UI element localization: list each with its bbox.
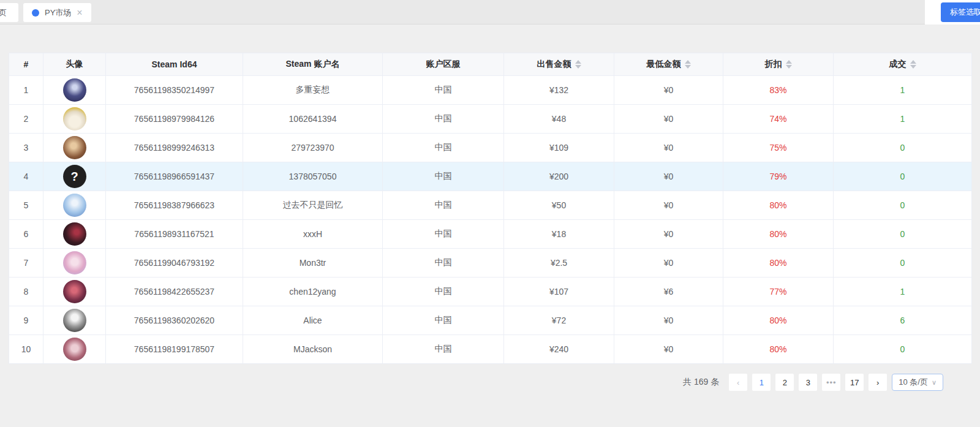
avatar[interactable]: ? <box>63 165 86 188</box>
table-body: 176561198350214997多重妄想中国¥132¥083%1276561… <box>9 76 972 364</box>
sell-amount: ¥240 <box>504 335 614 364</box>
min-amount: ¥0 <box>614 220 723 249</box>
table-row[interactable]: 576561198387966623过去不只是回忆中国¥50¥080%0 <box>9 191 972 220</box>
avatar-cell: ? <box>43 162 106 191</box>
sort-icon[interactable] <box>685 60 691 69</box>
region: 中国 <box>383 306 504 335</box>
sell-amount: ¥18 <box>504 220 614 249</box>
avatar-cell <box>43 105 106 134</box>
prev-page-button[interactable]: ‹ <box>729 374 747 391</box>
sort-icon[interactable] <box>786 60 792 69</box>
pagination: 共 169 条 ‹ 123•••17 › 10 条/页 ∨ <box>9 374 943 391</box>
sell-amount: ¥2.5 <box>504 249 614 278</box>
page-button-17[interactable]: 17 <box>845 374 864 391</box>
discount: 75% <box>723 134 834 162</box>
account-name: chen12yang <box>243 278 383 306</box>
min-amount: ¥0 <box>614 134 723 162</box>
steam-id64: 76561198360202620 <box>106 306 243 335</box>
page-ellipsis[interactable]: ••• <box>822 374 840 391</box>
close-icon[interactable]: × <box>77 8 82 18</box>
column-header-avatar: 头像 <box>43 53 106 76</box>
column-label: # <box>24 59 29 69</box>
tab-py-market-label: PY市场 <box>45 7 71 18</box>
page-button-2[interactable]: 2 <box>775 374 794 391</box>
avatar-cell <box>43 278 106 306</box>
deals: 0 <box>834 191 972 220</box>
min-amount: ¥0 <box>614 249 723 278</box>
column-header-deals[interactable]: 成交 <box>834 53 972 76</box>
discount: 80% <box>723 191 834 220</box>
account-name: 1378057050 <box>243 162 383 191</box>
avatar-cell <box>43 191 106 220</box>
discount: 77% <box>723 278 834 306</box>
row-index: 6 <box>9 220 43 249</box>
deals: 1 <box>834 76 972 105</box>
table-row[interactable]: 2765611989799841261062641394中国¥48¥074%1 <box>9 105 972 134</box>
account-name: 279723970 <box>243 134 383 162</box>
page-button-3[interactable]: 3 <box>799 374 817 391</box>
min-amount: ¥0 <box>614 76 723 105</box>
tab-home[interactable]: 首页 <box>0 3 18 22</box>
table-row[interactable]: 376561198999246313279723970中国¥109¥075%0 <box>9 134 972 162</box>
steam-id64: 76561198966591437 <box>106 162 243 191</box>
column-label: Steam 账户名 <box>286 59 340 69</box>
table-row[interactable]: 1076561198199178507MJackson中国¥240¥080%0 <box>9 335 972 364</box>
region: 中国 <box>383 134 504 162</box>
region: 中国 <box>383 105 504 134</box>
tag-select-button[interactable]: 标签选取 <box>941 2 980 22</box>
table-row[interactable]: 876561198422655237chen12yang中国¥107¥677%1 <box>9 278 972 306</box>
column-header-region: 账户区服 <box>383 53 504 76</box>
column-label: 出售金额 <box>537 59 571 69</box>
sell-amount: ¥48 <box>504 105 614 134</box>
column-label: 成交 <box>889 59 907 69</box>
region: 中国 <box>383 249 504 278</box>
tab-py-market[interactable]: PY市场 × <box>23 3 91 22</box>
deals: 0 <box>834 162 972 191</box>
avatar[interactable] <box>63 194 86 217</box>
table-row[interactable]: 976561198360202620Alice中国¥72¥080%6 <box>9 306 972 335</box>
column-label: 头像 <box>66 59 83 69</box>
avatar[interactable] <box>63 107 86 130</box>
avatar[interactable] <box>63 251 86 274</box>
table-row[interactable]: 776561199046793192Mon3tr中国¥2.5¥080%0 <box>9 249 972 278</box>
column-header-min-amount[interactable]: 最低金额 <box>614 53 723 76</box>
discount: 80% <box>723 220 834 249</box>
page-list: 123•••17 <box>752 374 864 391</box>
region: 中国 <box>383 162 504 191</box>
column-header-sell-amount[interactable]: 出售金额 <box>504 53 614 76</box>
steam-id64: 76561198979984126 <box>106 105 243 134</box>
account-name: 过去不只是回忆 <box>243 191 383 220</box>
column-header-index: # <box>9 53 43 76</box>
toolbar-right: 标签选取 <box>925 0 980 25</box>
next-page-button[interactable]: › <box>869 374 887 391</box>
min-amount: ¥0 <box>614 306 723 335</box>
min-amount: ¥0 <box>614 191 723 220</box>
sort-icon[interactable] <box>910 60 916 69</box>
avatar[interactable] <box>63 338 86 361</box>
discount: 80% <box>723 249 834 278</box>
row-index: 8 <box>9 278 43 306</box>
page-size-select[interactable]: 10 条/页 ∨ <box>892 374 943 391</box>
account-name: 多重妄想 <box>243 76 383 105</box>
chevron-down-icon: ∨ <box>932 379 937 387</box>
avatar-cell <box>43 134 106 162</box>
discount: 74% <box>723 105 834 134</box>
page-button-1[interactable]: 1 <box>752 374 771 391</box>
account-name: MJackson <box>243 335 383 364</box>
avatar[interactable] <box>63 136 86 159</box>
avatar[interactable] <box>63 78 86 102</box>
avatar[interactable] <box>63 222 86 246</box>
sort-icon[interactable] <box>575 60 581 69</box>
table-row[interactable]: 176561198350214997多重妄想中国¥132¥083%1 <box>9 76 972 105</box>
account-name: Mon3tr <box>243 249 383 278</box>
tab-home-label: 首页 <box>0 7 7 18</box>
table-row[interactable]: 4?765611989665914371378057050中国¥200¥079%… <box>9 162 972 191</box>
row-index: 4 <box>9 162 43 191</box>
avatar[interactable] <box>63 280 86 303</box>
sell-amount: ¥107 <box>504 278 614 306</box>
avatar-cell <box>43 76 106 105</box>
avatar[interactable] <box>63 309 86 332</box>
table-row[interactable]: 676561198931167521xxxH中国¥18¥080%0 <box>9 220 972 249</box>
min-amount: ¥0 <box>614 105 723 134</box>
column-header-discount[interactable]: 折扣 <box>723 53 834 76</box>
